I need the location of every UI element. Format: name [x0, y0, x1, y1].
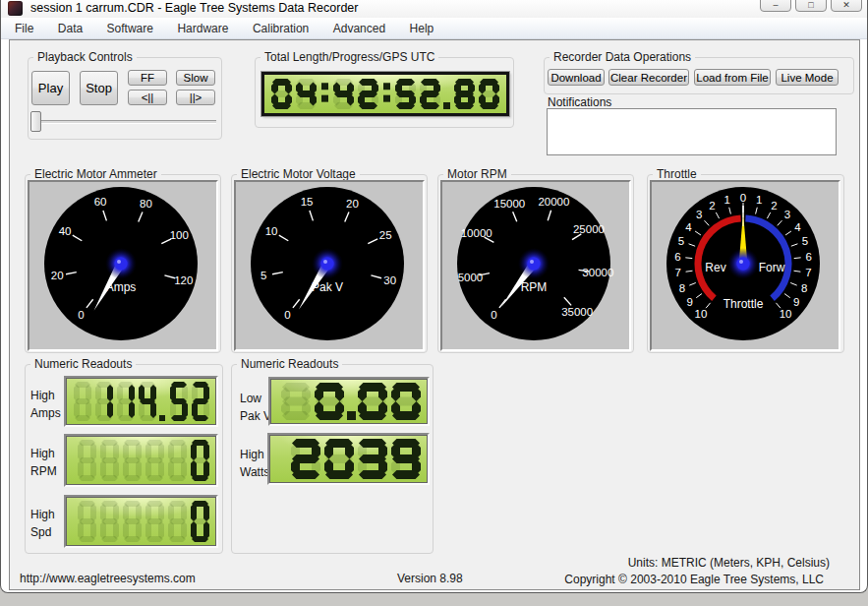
- svg-text:Rev: Rev: [705, 261, 725, 274]
- svg-text:Throttle: Throttle: [723, 297, 764, 311]
- svg-text:10: 10: [780, 308, 792, 320]
- voltage-title: Electric Motor Voltage: [237, 167, 360, 181]
- svg-text:25: 25: [379, 229, 392, 241]
- menu-item-advanced[interactable]: Advanced: [323, 18, 395, 39]
- svg-text:Forw: Forw: [759, 261, 785, 274]
- close-button[interactable]: ✕: [831, 0, 862, 12]
- svg-text:5: 5: [678, 235, 684, 247]
- svg-text:10: 10: [265, 225, 278, 237]
- svg-text:3: 3: [696, 209, 702, 220]
- svg-text:0: 0: [491, 309, 496, 321]
- version-text: Version 8.98: [397, 572, 463, 585]
- svg-text:35000: 35000: [561, 306, 593, 318]
- high-rpm-label-2: RPM: [30, 464, 57, 478]
- svg-text:5: 5: [260, 270, 266, 281]
- svg-text:5000: 5000: [458, 272, 484, 283]
- svg-text:120: 120: [174, 274, 193, 286]
- high-rpm-lcd: [64, 434, 218, 487]
- live-mode-button[interactable]: Live Mode: [776, 69, 839, 86]
- menu-item-file[interactable]: File: [5, 18, 43, 39]
- clear-recorder-button[interactable]: Clear Recorder: [608, 69, 689, 86]
- menu-item-data[interactable]: Data: [48, 18, 92, 39]
- app-window: session 1 carrum.CDR - Eagle Tree System…: [0, 0, 868, 593]
- svg-text:5: 5: [802, 235, 808, 247]
- menu-item-calibration[interactable]: Calibration: [243, 18, 318, 39]
- title-bar[interactable]: session 1 carrum.CDR - Eagle Tree System…: [1, 0, 867, 18]
- menu-item-software[interactable]: Software: [97, 18, 163, 39]
- svg-text:25000: 25000: [573, 223, 605, 235]
- svg-text:8: 8: [679, 282, 685, 294]
- load-from-file-button[interactable]: Load from File: [694, 69, 771, 86]
- close-icon: ✕: [842, 0, 850, 11]
- voltage-group: Electric Motor Voltage 051015202530Pak V: [231, 174, 428, 353]
- playback-slider-track[interactable]: [31, 120, 216, 124]
- numeric-readouts-right-group: Numeric Readouts Low Pak V High Watts: [231, 364, 434, 554]
- website-url: http://www.eagletreesystems.com: [20, 572, 196, 585]
- ammeter-panel: 020406080100120Amps: [28, 180, 218, 351]
- recorder-operations-title: Recorder Data Operations: [550, 50, 695, 64]
- download-button[interactable]: Download: [548, 69, 605, 86]
- throttle-gauge: 01122334455667788991010RevForwThrottle: [652, 182, 835, 345]
- step-back-button[interactable]: <||: [128, 90, 167, 105]
- stop-button[interactable]: Stop: [80, 71, 118, 105]
- svg-text:40: 40: [59, 225, 72, 237]
- svg-text:7: 7: [674, 267, 680, 278]
- throttle-panel: 01122334455667788991010RevForwThrottle: [650, 180, 840, 351]
- svg-text:20000: 20000: [538, 196, 569, 208]
- svg-text:Amps: Amps: [106, 280, 137, 294]
- client-area: Playback Controls Play Stop FF Slow <|| …: [9, 39, 860, 590]
- svg-text:10: 10: [695, 308, 708, 320]
- rpm-title: Motor RPM: [443, 167, 511, 181]
- svg-text:2: 2: [771, 200, 777, 212]
- svg-text:6: 6: [805, 251, 811, 263]
- rpm-group: Motor RPM 050001000015000200002500030000…: [437, 174, 634, 353]
- high-spd-label-2: Spd: [30, 525, 51, 539]
- svg-text:80: 80: [140, 198, 152, 210]
- step-forward-button[interactable]: ||>: [176, 90, 215, 105]
- svg-text:20: 20: [346, 198, 359, 210]
- playback-slider-thumb[interactable]: [30, 111, 41, 132]
- maximize-icon: □: [808, 0, 813, 11]
- menu-item-help[interactable]: Help: [400, 18, 444, 39]
- slow-button[interactable]: Slow: [176, 70, 215, 86]
- svg-text:9: 9: [687, 296, 693, 308]
- menu-item-hardware[interactable]: Hardware: [167, 18, 238, 39]
- ammeter-title: Electric Motor Ammeter: [30, 167, 161, 181]
- svg-text:6: 6: [674, 251, 680, 263]
- window-title: session 1 carrum.CDR - Eagle Tree System…: [30, 1, 358, 15]
- progress-group: Total Length/Progress/GPS UTC: [255, 57, 514, 128]
- high-watts-label-2: Watts: [240, 465, 269, 479]
- notifications-input[interactable]: [547, 108, 837, 155]
- time-lcd-display: [261, 72, 509, 116]
- low-pakv-label-2: Pak V: [240, 409, 271, 423]
- minimize-button[interactable]: –: [760, 0, 791, 12]
- svg-text:15000: 15000: [493, 198, 525, 210]
- ammeter-group: Electric Motor Ammeter 020406080100120Am…: [25, 174, 221, 353]
- menu-bar: File Data Software Hardware Calibration …: [1, 18, 867, 39]
- minimize-icon: –: [773, 0, 778, 11]
- high-amps-lcd: [64, 376, 218, 427]
- high-spd-label-1: High: [30, 508, 55, 521]
- numeric-readouts-left-group: Numeric Readouts High Amps High RPM High…: [25, 364, 223, 554]
- maximize-button[interactable]: □: [795, 0, 827, 12]
- ammeter-gauge: 020406080100120Amps: [29, 182, 212, 345]
- throttle-group: Throttle 01122334455667788991010RevForwT…: [647, 174, 844, 353]
- svg-text:30: 30: [383, 274, 396, 286]
- voltage-gauge: 051015202530Pak V: [236, 182, 419, 345]
- rpm-panel: 05000100001500020000250003000035000RPM: [440, 180, 631, 351]
- svg-text:RPM: RPM: [521, 280, 548, 294]
- high-rpm-label-1: High: [30, 447, 55, 460]
- copyright-text: Copyright © 2003-2010 Eagle Tree Systems…: [564, 573, 824, 586]
- play-button[interactable]: Play: [31, 71, 70, 105]
- playback-controls-group: Playback Controls Play Stop FF Slow <|| …: [28, 57, 222, 140]
- fast-forward-button[interactable]: FF: [128, 70, 167, 86]
- units-text: Units: METRIC (Meters, KPH, Celsius): [628, 556, 830, 570]
- svg-text:20: 20: [51, 270, 64, 281]
- svg-text:Pak V: Pak V: [312, 280, 343, 294]
- playback-controls-title: Playback Controls: [33, 50, 137, 64]
- rpm-gauge: 05000100001500020000250003000035000RPM: [442, 182, 625, 345]
- window-controls: – □ ✕: [760, 0, 862, 12]
- high-watts-label-1: High: [240, 448, 264, 461]
- high-watts-lcd: [267, 433, 430, 485]
- svg-text:0: 0: [740, 192, 746, 204]
